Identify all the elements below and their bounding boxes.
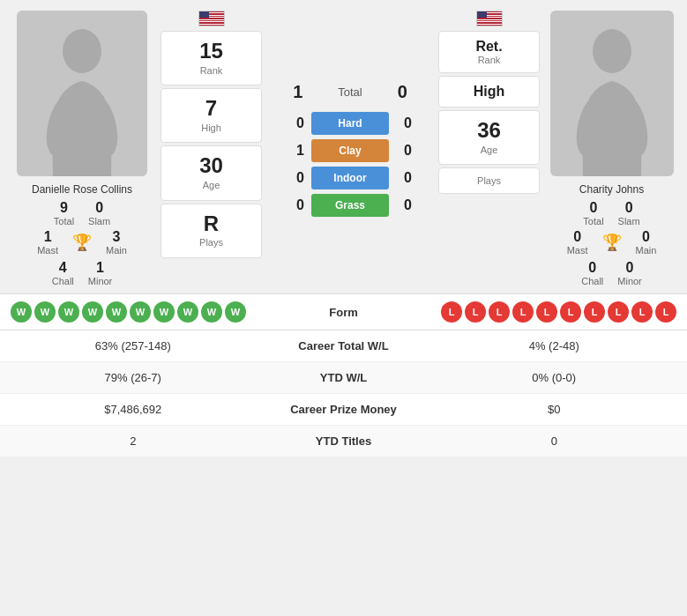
left-chall-value: 4 (59, 260, 67, 276)
surface-column: 1 Total 0 0 Hard 0 1 Clay 0 0 (265, 11, 435, 286)
left-trophy-icon: 🏆 (72, 233, 92, 252)
left-form-badge-2: W (34, 301, 56, 323)
left-slam-stat: 0 Slam (88, 200, 110, 226)
age-label: Age (165, 179, 258, 192)
right-form-badge-5: L (536, 301, 557, 323)
surface-row-grass: 0 Grass 0 (265, 194, 435, 217)
right-form-badge-7: L (584, 301, 605, 323)
hard-button[interactable]: Hard (311, 112, 389, 135)
hard-right-score: 0 (396, 115, 412, 131)
clay-button[interactable]: Clay (311, 139, 389, 162)
ret-value: Ret. (443, 39, 535, 55)
total-line: 1 Total 0 (293, 82, 407, 102)
left-total-label: Total (54, 216, 74, 226)
right-total-value: 0 (590, 200, 598, 216)
surface-row-hard: 0 Hard 0 (265, 112, 435, 135)
right-main-label: Main (636, 245, 657, 256)
titles-right: 0 (432, 434, 677, 448)
grass-left-score: 0 (288, 197, 304, 213)
left-form-badge-6: W (130, 301, 151, 323)
left-form-badges: W W W W W W W W W W (11, 301, 246, 323)
surface-row-indoor: 0 Indoor 0 (265, 167, 435, 189)
right-minor-stat: 0 Minor (617, 260, 642, 286)
right-slam-value: 0 (625, 200, 633, 216)
left-form-badge-1: W (11, 301, 32, 323)
right-mast-stat: 0 Mast (567, 229, 588, 256)
titles-label: YTD Titles (256, 434, 432, 448)
right-chall-value: 0 (588, 260, 596, 276)
right-plays-box: Plays (438, 167, 540, 194)
form-section: W W W W W W W W W W Form L L L L L L L L… (0, 293, 687, 330)
rank-value: 15 (165, 39, 258, 64)
left-form-badge-10: W (225, 301, 246, 323)
ytd-wl-right: 0% (0-0) (432, 371, 677, 384)
right-form-badge-10: L (655, 301, 676, 323)
right-minor-value: 0 (626, 260, 634, 276)
left-main-value: 3 (112, 229, 120, 245)
left-form-badge-4: W (82, 301, 103, 323)
left-main-label: Main (106, 245, 127, 256)
stats-row-prize: $7,486,692 Career Prize Money $0 (0, 394, 687, 426)
indoor-button[interactable]: Indoor (311, 167, 389, 189)
ret-label: Rank (443, 55, 535, 65)
hard-left-score: 0 (288, 115, 304, 131)
right-player-silhouette (572, 26, 652, 176)
left-slam-label: Slam (88, 216, 110, 226)
clay-right-score: 0 (396, 143, 412, 159)
right-plays-label: Plays (443, 175, 535, 186)
prize-right: $0 (432, 403, 677, 416)
left-total-value: 9 (60, 200, 68, 216)
prize-left: $7,486,692 (11, 403, 256, 416)
right-total-stat: 0 Total (583, 200, 603, 226)
right-stats-column: Ret. Rank High 36 Age Plays (438, 11, 540, 286)
left-stats-column: 15 Rank 7 High 30 Age R Plays (161, 11, 262, 286)
center-block: 15 Rank 7 High 30 Age R Plays (161, 11, 540, 286)
player-comparison-section: Danielle Rose Collins 9 Total 0 Slam 1 M… (0, 0, 687, 293)
right-age-box: 36 Age (438, 110, 540, 165)
rank-label: Rank (165, 64, 258, 78)
right-player-stat-row1: 0 Total 0 Slam (583, 200, 639, 226)
indoor-right-score: 0 (396, 170, 412, 186)
right-main-value: 0 (642, 229, 650, 245)
form-label: Form (329, 306, 358, 319)
surface-row-clay: 1 Clay 0 (265, 139, 435, 162)
right-player-name: Charity Johns (579, 183, 644, 196)
age-value: 30 (165, 153, 258, 179)
left-player-stat-row1: 9 Total 0 Slam (54, 200, 110, 226)
left-main-stat: 3 Main (106, 229, 127, 256)
high-box: 7 High (161, 88, 262, 143)
plays-value: R (165, 212, 258, 237)
right-form-badge-4: L (512, 301, 534, 323)
right-form-badges: L L L L L L L L L L (441, 301, 676, 323)
right-total-label: Total (583, 216, 603, 226)
left-form-badge-3: W (58, 301, 79, 323)
indoor-left-score: 0 (288, 170, 304, 186)
right-chall-label: Chall (581, 276, 603, 286)
left-flag (198, 11, 225, 26)
right-trophy-icon: 🏆 (602, 233, 622, 252)
right-player-avatar (550, 11, 674, 176)
right-age-label: Age (443, 144, 535, 157)
right-player-stat-row2: 0 Mast 🏆 0 Main (567, 229, 657, 256)
stats-row-titles: 2 YTD Titles 0 (0, 426, 687, 457)
right-form-badge-1: L (441, 301, 462, 323)
stats-table: 63% (257-148) Career Total W/L 4% (2-48)… (0, 330, 687, 457)
left-mast-label: Mast (37, 245, 58, 256)
rank-box: 15 Rank (161, 31, 262, 85)
plays-box: R Plays (161, 204, 262, 258)
right-form-badge-6: L (560, 301, 581, 323)
age-box: 30 Age (161, 145, 262, 200)
ret-rank-box: Ret. Rank (438, 31, 540, 73)
career-wl-left: 63% (257-148) (11, 339, 256, 353)
right-slam-stat: 0 Slam (618, 200, 640, 226)
career-wl-right: 4% (2-48) (432, 339, 677, 353)
ytd-wl-label: YTD W/L (256, 371, 432, 384)
stats-row-career-wl: 63% (257-148) Career Total W/L 4% (2-48) (0, 330, 687, 362)
stats-row-ytd-wl: 79% (26-7) YTD W/L 0% (0-0) (0, 362, 687, 394)
ytd-wl-left: 79% (26-7) (11, 371, 256, 384)
right-chall-stat: 0 Chall (581, 260, 603, 286)
grass-button[interactable]: Grass (311, 194, 389, 217)
right-form-badge-2: L (465, 301, 486, 323)
right-mast-value: 0 (573, 229, 581, 245)
svg-point-0 (63, 29, 101, 73)
